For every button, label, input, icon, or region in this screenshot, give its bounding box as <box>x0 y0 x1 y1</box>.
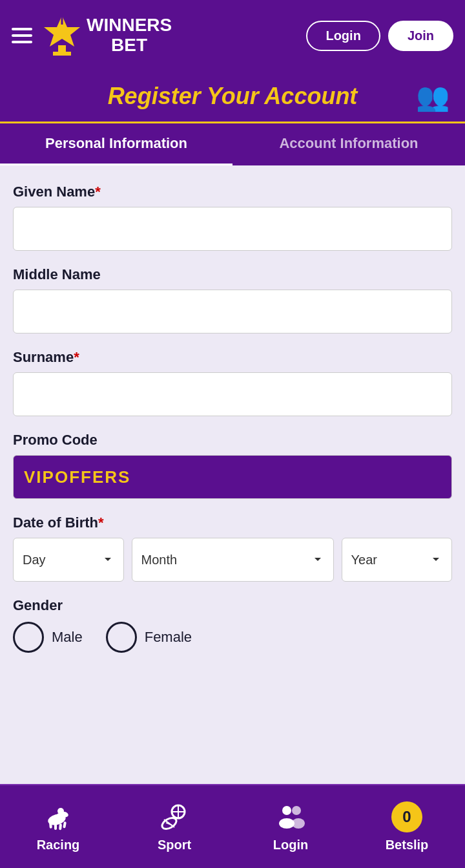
svg-rect-2 <box>53 52 71 56</box>
logo-text: WINNERSBET <box>87 16 172 56</box>
svg-rect-7 <box>54 823 57 830</box>
bottom-nav-racing[interactable]: Racing <box>0 785 116 868</box>
gender-group: Gender Male Female <box>13 597 452 653</box>
promo-code-label: Promo Code <box>13 432 452 449</box>
tab-account-information[interactable]: Account Information <box>232 123 465 165</box>
form-area: Given Name* Middle Name Surname* Promo C… <box>0 165 465 784</box>
gender-male-option[interactable]: Male <box>13 622 83 653</box>
given-name-group: Given Name* <box>13 184 452 251</box>
dob-group: Date of Birth* Day Month Year <box>13 514 452 582</box>
nav-left: WINNERSBET <box>12 13 172 58</box>
radio-male[interactable] <box>13 622 44 653</box>
promo-code-group: Promo Code <box>13 432 452 499</box>
radio-female[interactable] <box>106 622 137 653</box>
surname-group: Surname* <box>13 349 452 416</box>
top-nav: WINNERSBET Login Join <box>0 0 465 71</box>
svg-point-18 <box>282 806 291 815</box>
svg-point-20 <box>292 806 301 815</box>
bottom-nav-sport[interactable]: Sport <box>116 785 232 868</box>
hamburger-menu[interactable] <box>12 28 32 43</box>
betslip-label: Betslip <box>386 838 429 852</box>
svg-line-16 <box>164 820 174 827</box>
promo-code-input[interactable] <box>13 455 452 499</box>
dob-label: Date of Birth* <box>13 514 452 531</box>
svg-point-21 <box>292 818 305 829</box>
betslip-badge: 0 <box>391 801 422 832</box>
given-name-input[interactable] <box>13 207 452 251</box>
racing-label: Racing <box>37 838 80 852</box>
login-button[interactable]: Login <box>306 21 380 51</box>
month-select[interactable]: Month <box>132 538 334 582</box>
svg-rect-8 <box>59 823 62 830</box>
register-header: Register Your Account 👥 <box>0 71 465 123</box>
middle-name-input[interactable] <box>13 290 452 333</box>
nav-buttons: Login Join <box>306 21 453 51</box>
tab-personal-information[interactable]: Personal Information <box>0 123 232 165</box>
middle-name-group: Middle Name <box>13 266 452 333</box>
login-icon <box>275 801 306 832</box>
dob-row: Day Month Year <box>13 538 452 582</box>
bottom-nav-login[interactable]: Login <box>232 785 349 868</box>
gender-row: Male Female <box>13 622 452 653</box>
svg-rect-1 <box>58 45 66 52</box>
sport-icon <box>159 801 190 832</box>
gender-female-label: Female <box>145 629 192 646</box>
logo-icon <box>43 13 81 58</box>
users-icon: 👥 <box>416 81 450 112</box>
bottom-nav-betslip[interactable]: 0 Betslip <box>349 785 465 868</box>
middle-name-label: Middle Name <box>13 266 452 283</box>
surname-input[interactable] <box>13 372 452 416</box>
gender-label: Gender <box>13 597 452 614</box>
surname-label: Surname* <box>13 349 452 366</box>
given-name-label: Given Name* <box>13 184 452 200</box>
login-label: Login <box>273 838 308 852</box>
tabs: Personal Information Account Information <box>0 123 465 165</box>
register-title: Register Your Account <box>108 83 358 110</box>
svg-rect-9 <box>63 821 67 829</box>
sport-label: Sport <box>158 838 191 852</box>
gender-female-option[interactable]: Female <box>106 622 192 653</box>
join-button[interactable]: Join <box>388 21 453 51</box>
year-select[interactable]: Year <box>342 538 453 582</box>
gender-male-label: Male <box>52 629 83 646</box>
day-select[interactable]: Day <box>13 538 124 582</box>
racing-icon <box>43 801 74 832</box>
bottom-nav: Racing Sport Login 0 Betslip <box>0 784 465 868</box>
logo: WINNERSBET <box>43 13 172 58</box>
